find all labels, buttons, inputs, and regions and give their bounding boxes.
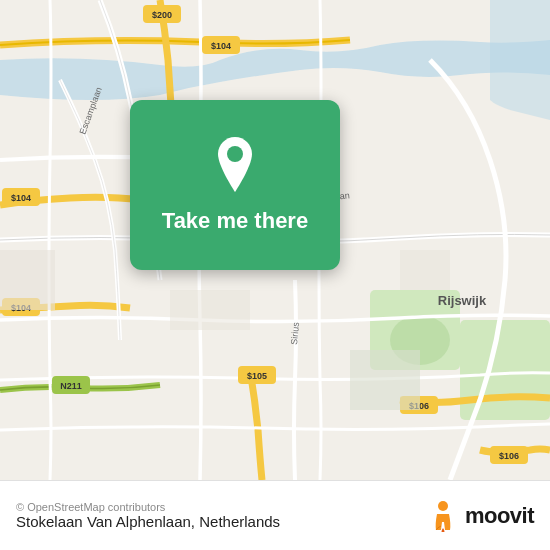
svg-text:$200: $200	[152, 10, 172, 20]
svg-rect-26	[400, 250, 450, 290]
svg-rect-27	[350, 350, 420, 410]
bottom-bar: © OpenStreetMap contributors Stokelaan V…	[0, 480, 550, 550]
location-pin-icon	[211, 137, 259, 192]
moovit-brand-icon	[427, 500, 459, 532]
svg-text:N211: N211	[60, 381, 82, 391]
svg-point-28	[227, 146, 243, 162]
svg-rect-25	[170, 290, 250, 330]
map-container: $200 $104 $104 $104 N211 $105 $106 $106 …	[0, 0, 550, 480]
location-name: Stokelaan Van Alphenlaan, Netherlands	[16, 513, 280, 530]
svg-rect-24	[0, 250, 55, 310]
moovit-brand-text: moovit	[465, 503, 534, 529]
svg-text:Rijswijk: Rijswijk	[438, 293, 487, 308]
svg-text:$105: $105	[247, 371, 267, 381]
moovit-logo: moovit	[427, 500, 534, 532]
svg-text:$104: $104	[11, 193, 31, 203]
svg-rect-2	[460, 320, 550, 420]
svg-point-29	[438, 501, 448, 511]
location-card[interactable]: Take me there	[130, 100, 340, 270]
take-me-there-button[interactable]: Take me there	[162, 208, 308, 234]
svg-text:$106: $106	[499, 451, 519, 461]
svg-text:Sirius: Sirius	[289, 321, 301, 345]
osm-credit: © OpenStreetMap contributors	[16, 501, 280, 513]
location-info: © OpenStreetMap contributors Stokelaan V…	[16, 501, 280, 530]
svg-text:$104: $104	[211, 41, 231, 51]
